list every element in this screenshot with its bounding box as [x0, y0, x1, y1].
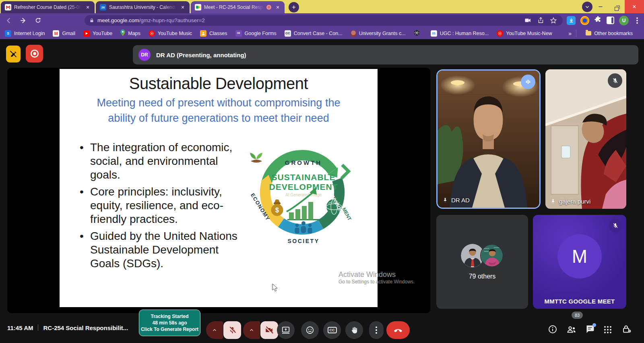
others-avatar-2	[480, 244, 504, 267]
bookmark-google-forms[interactable]: Google Forms	[235, 30, 277, 37]
chat-button[interactable]	[585, 324, 595, 336]
reload-button[interactable]	[32, 15, 43, 26]
forward-button[interactable]	[18, 15, 29, 26]
annotation-tool-button[interactable]	[6, 46, 21, 62]
camera-in-use-icon[interactable]	[522, 15, 533, 26]
gmail-icon: M	[53, 30, 59, 37]
video-tile-mmttc[interactable]: M MMTTC GOOGLE MEET	[533, 215, 626, 309]
browser-tab-strip: Refresher Course Dated (25-08-2 × 26 Sau…	[0, 0, 644, 13]
tab-search-button[interactable]	[582, 2, 592, 12]
camera-options-chevron[interactable]	[243, 321, 260, 339]
bookmarks-overflow-chevron[interactable]: »	[568, 30, 572, 37]
diagram-label-growth: GROWTH	[285, 159, 322, 166]
present-button[interactable]	[277, 321, 295, 339]
video-tile-others[interactable]: 79 others	[436, 215, 528, 309]
lock-person-icon	[622, 324, 632, 334]
meet-app: DR DR AD (Presenting, annotating) Sustai…	[0, 39, 644, 343]
tab-close-icon[interactable]: ×	[179, 4, 186, 11]
bookmark-gmail[interactable]: MGmail	[53, 30, 75, 37]
other-bookmarks[interactable]: Other bookmarks	[586, 31, 633, 36]
mic-options-chevron[interactable]	[206, 321, 223, 339]
back-button[interactable]	[3, 15, 14, 26]
address-bar[interactable]: meet.google.com/gmz-hupn-rqu?authuser=2	[85, 15, 563, 26]
window-minimize-button[interactable]: –	[592, 3, 609, 10]
tab-refresher-course[interactable]: Refresher Course Dated (25-08-2 ×	[1, 1, 95, 13]
new-tab-button[interactable]: +	[289, 2, 299, 12]
slide-bullet: Guided by the United Nations Sustainable…	[77, 229, 242, 270]
end-call-button[interactable]	[386, 321, 410, 339]
presentation-slide: Sustainable Development Meeting need of …	[60, 69, 378, 307]
more-options-button[interactable]	[369, 321, 384, 339]
pen-off-icon	[9, 50, 17, 58]
bookmark-internet-login[interactable]: SInternet Login	[5, 30, 45, 37]
activities-button[interactable]	[603, 325, 612, 336]
colorful-extension-icon[interactable]	[580, 16, 589, 25]
mic-muted-indicator	[608, 73, 622, 88]
tab-saurashtra-calendar[interactable]: 26 Saurashtra University - Calendar ×	[96, 1, 190, 13]
bookmark-convert-case[interactable]: CCConvert Case - Con...	[285, 30, 343, 37]
tracking-line-1: Tracking Started	[151, 313, 188, 320]
participant-name: DR AD	[451, 197, 470, 204]
mic-muted-button[interactable]	[223, 321, 241, 339]
slide-bullet: Core principles: inclusivity, equity, re…	[77, 185, 242, 226]
participants-button[interactable]	[566, 324, 577, 336]
record-icon	[29, 48, 40, 59]
clock-time: 11:45 AM	[7, 324, 33, 331]
bookmark-university-grants[interactable]: University Grants c...	[351, 30, 406, 37]
meeting-details-button[interactable]	[548, 324, 557, 336]
gajera-video-feed	[545, 69, 626, 209]
bookmark-youtube-music-new[interactable]: YouTube Music-New	[497, 30, 552, 37]
presenter-banner-text: DR AD (Presenting, annotating)	[156, 52, 246, 58]
globe-icon	[414, 30, 420, 37]
video-tile-gajera-purvi[interactable]: gajera purvi	[545, 69, 626, 209]
tab-close-icon[interactable]: ×	[84, 4, 91, 11]
window-restore-button[interactable]	[609, 7, 625, 11]
smiley-icon	[305, 326, 314, 335]
extensions-puzzle-icon[interactable]	[594, 16, 602, 25]
camera-off-button[interactable]	[260, 321, 278, 339]
share-icon[interactable]	[535, 15, 546, 26]
bookmark-classes[interactable]: Classes	[200, 30, 227, 37]
chat-notification-dot	[592, 323, 596, 327]
bookmark-youtube[interactable]: YouTube	[83, 30, 112, 37]
raise-hand-button[interactable]	[345, 321, 363, 339]
maps-pin-icon	[120, 29, 125, 37]
diagram-center-line1: SUSTAINABLE	[272, 173, 336, 182]
emblem-icon	[351, 30, 356, 37]
cc-icon: CC	[285, 30, 291, 37]
calendar-21-icon: 21	[431, 30, 437, 37]
download-extension-icon[interactable]	[567, 16, 576, 25]
bookmark-globe[interactable]	[414, 30, 423, 37]
tab-meet-active[interactable]: Meet - RC-254 Social Respon ×	[191, 1, 285, 13]
bookmark-star-icon[interactable]	[548, 15, 559, 26]
diagram-label-society: SOCIETY	[288, 238, 320, 244]
bookmark-ugc[interactable]: 21UGC : Human Reso...	[431, 30, 489, 37]
grid-icon	[603, 325, 612, 334]
tab-close-icon[interactable]: ×	[274, 4, 281, 11]
gmail-favicon	[5, 4, 11, 10]
url-domain: meet.google.com	[97, 17, 139, 23]
captions-button[interactable]: CC	[323, 321, 341, 339]
tracking-popup[interactable]: Tracking Started 48 min 58s ago Click To…	[139, 310, 200, 336]
recording-button[interactable]	[26, 45, 43, 62]
reactions-button[interactable]	[301, 321, 319, 339]
side-panel-icon[interactable]	[607, 17, 614, 24]
bookmark-maps[interactable]: Maps	[120, 29, 140, 37]
browser-toolbar: meet.google.com/gmz-hupn-rqu?authuser=2 …	[0, 13, 644, 27]
slide-bullet: The integration of economic, social, and…	[77, 141, 242, 182]
slide-title: Sustainable Development	[60, 75, 378, 93]
camera-control-group	[243, 321, 278, 339]
profile-avatar[interactable]: U	[619, 16, 629, 25]
participant-count-badge: 83	[572, 312, 583, 319]
money-bag-icon: $	[271, 200, 283, 216]
cc-icon: CC	[328, 327, 337, 333]
url-path: /gmz-hupn-rqu?authuser=2	[139, 17, 205, 23]
browser-menu-icon[interactable]	[634, 20, 641, 21]
bookmark-youtube-music[interactable]: YouTube Music	[149, 30, 192, 37]
diagram-label-ment: MENT	[341, 207, 353, 222]
video-tile-dr-ad[interactable]: DR AD	[436, 69, 541, 209]
window-close-button[interactable]: ×	[625, 0, 644, 13]
host-controls-button[interactable]	[622, 324, 632, 336]
tracking-line-3[interactable]: Click To Generate Report	[141, 326, 198, 333]
svg-text:$: $	[275, 207, 279, 214]
